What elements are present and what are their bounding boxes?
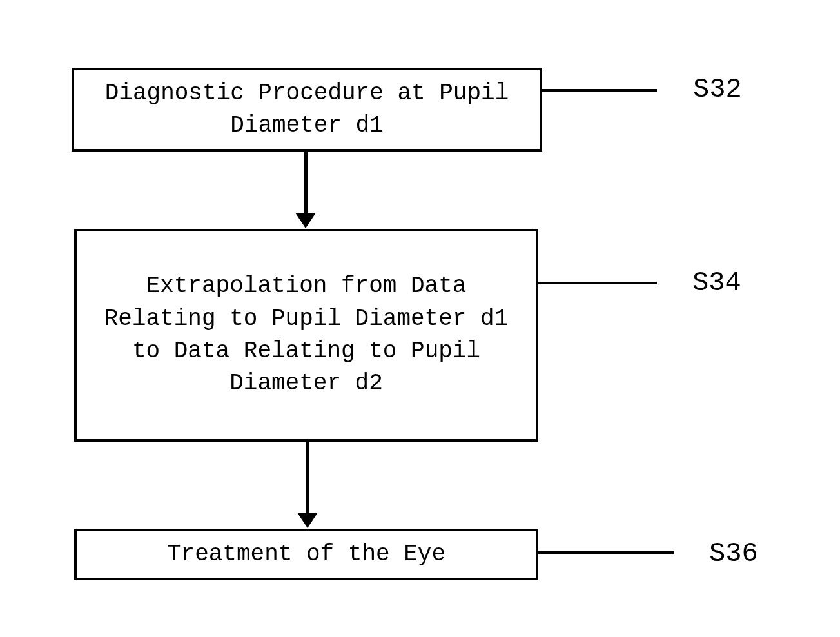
flow-step-1: Diagnostic Procedure at Pupil Diameter d…: [72, 68, 542, 152]
label-s36: S36: [709, 538, 758, 569]
label-s34: S34: [692, 268, 741, 299]
arrow-connector-1: [304, 152, 308, 216]
label-connector-2: [538, 282, 657, 284]
label-connector-3: [538, 551, 674, 554]
arrow-head-2: [297, 513, 318, 528]
label-connector-1: [542, 89, 657, 92]
label-s32: S32: [693, 74, 742, 105]
step-2-text: Extrapolation from Data Relating to Pupi…: [90, 270, 523, 400]
step-1-text: Diagnostic Procedure at Pupil Diameter d…: [87, 77, 527, 142]
flow-step-2: Extrapolation from Data Relating to Pupi…: [74, 229, 538, 442]
arrow-head-1: [295, 213, 316, 228]
step-3-text: Treatment of the Eye: [167, 538, 445, 571]
flow-step-3: Treatment of the Eye: [74, 529, 538, 580]
arrow-connector-2: [306, 442, 309, 516]
flowchart-container: Diagnostic Procedure at Pupil Diameter d…: [0, 0, 840, 637]
